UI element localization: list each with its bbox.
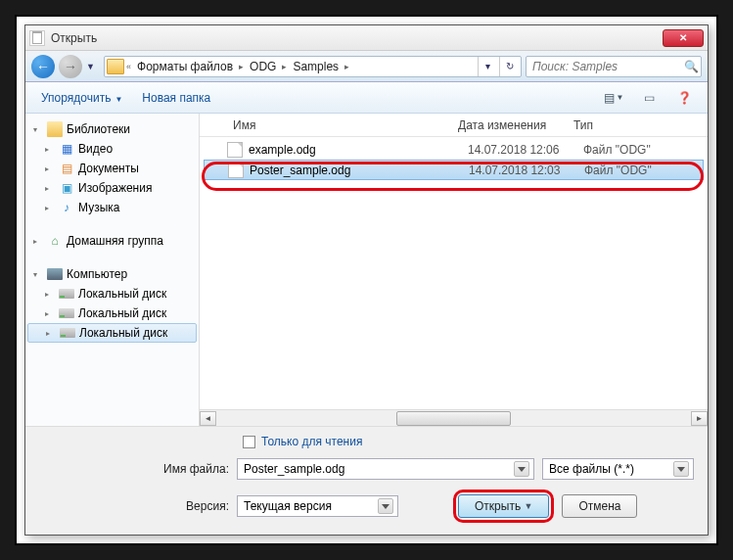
organize-menu[interactable]: Упорядочить▼ (35, 87, 128, 109)
tree-disk[interactable]: ▸Локальный диск (27, 303, 197, 323)
navigation-tree[interactable]: ▾Библиотеки ▸▦Видео ▸▤Документы ▸▣Изобра… (25, 114, 200, 426)
file-icon (227, 142, 243, 158)
toolbar: Упорядочить▼ Новая папка ▤▼ ▭ ❓ (25, 82, 708, 114)
file-icon (29, 30, 45, 46)
tree-libraries[interactable]: ▾Библиотеки (27, 119, 197, 139)
col-name[interactable]: Имя (227, 118, 452, 132)
file-list-pane: Имя Дата изменения Тип example.odg 14.07… (200, 114, 708, 426)
file-row[interactable]: example.odg 14.07.2018 12:06 Файл "ODG" (200, 139, 708, 160)
help-button[interactable]: ❓ (670, 87, 698, 109)
column-headers: Имя Дата изменения Тип (200, 114, 708, 137)
refresh-button[interactable]: ↻ (499, 57, 519, 76)
nav-history-dropdown[interactable]: ▼ (86, 62, 100, 71)
tree-homegroup[interactable]: ▸⌂Домашняя группа (27, 231, 197, 251)
address-dropdown[interactable]: ▾ (478, 57, 497, 76)
scroll-left-button[interactable]: ◄ (200, 411, 216, 426)
scroll-right-button[interactable]: ► (691, 411, 708, 426)
tree-documents[interactable]: ▸▤Документы (27, 159, 197, 178)
open-button[interactable]: Открыть ▼ (458, 494, 549, 518)
version-combo[interactable]: Текущая версия (237, 495, 398, 517)
forward-button[interactable]: → (59, 55, 82, 78)
annotation-highlight: Открыть ▼ (453, 490, 554, 523)
file-list[interactable]: example.odg 14.07.2018 12:06 Файл "ODG" … (200, 137, 708, 409)
filename-combo[interactable]: Poster_sample.odg (237, 458, 534, 480)
cancel-button[interactable]: Отмена (562, 494, 637, 518)
chevron-icon: ▸ (344, 62, 349, 71)
tree-music[interactable]: ▸♪Музыка (27, 198, 197, 217)
search-box[interactable]: 🔍 (526, 56, 702, 77)
chevron-icon: « (126, 62, 131, 71)
back-button[interactable]: ← (31, 55, 55, 78)
dropdown-arrow-icon[interactable] (673, 461, 689, 477)
titlebar: Открыть ✕ (25, 25, 708, 51)
breadcrumb-segment[interactable]: Samples (289, 58, 343, 75)
open-dialog: Открыть ✕ ← → ▼ « Форматы файлов ▸ ODG ▸… (24, 24, 709, 536)
tree-disk-selected[interactable]: ▸Локальный диск (27, 323, 197, 343)
horizontal-scrollbar[interactable]: ◄ ► (200, 409, 708, 426)
tree-videos[interactable]: ▸▦Видео (27, 139, 197, 159)
search-input[interactable] (532, 60, 680, 73)
search-icon: 🔍 (684, 60, 699, 73)
scroll-track[interactable] (216, 411, 691, 426)
nav-bar: ← → ▼ « Форматы файлов ▸ ODG ▸ Samples ▸… (25, 51, 708, 82)
col-type[interactable]: Тип (568, 118, 708, 132)
tree-images[interactable]: ▸▣Изображения (27, 178, 197, 198)
filetype-filter-combo[interactable]: Все файлы (*.*) (542, 458, 694, 480)
chevron-icon: ▸ (239, 62, 244, 71)
readonly-label: Только для чтения (261, 435, 362, 448)
new-folder-button[interactable]: Новая папка (136, 87, 216, 109)
filename-label: Имя файла: (39, 462, 229, 476)
window-title: Открыть (51, 31, 657, 45)
version-label: Версия: (39, 499, 229, 513)
file-icon (228, 163, 244, 178)
dialog-bottom: Только для чтения Имя файла: Poster_samp… (25, 426, 708, 535)
dropdown-arrow-icon[interactable] (514, 461, 529, 477)
scroll-thumb[interactable] (396, 411, 510, 426)
chevron-icon: ▸ (282, 62, 287, 71)
breadcrumb-segment[interactable]: Форматы файлов (133, 58, 237, 75)
close-button[interactable]: ✕ (663, 29, 704, 47)
folder-icon (107, 59, 124, 74)
col-date[interactable]: Дата изменения (452, 118, 568, 132)
tree-disk[interactable]: ▸Локальный диск (27, 284, 197, 303)
dropdown-arrow-icon[interactable] (378, 498, 393, 514)
readonly-checkbox[interactable] (243, 436, 255, 448)
preview-pane-button[interactable]: ▭ (635, 87, 663, 109)
address-bar[interactable]: « Форматы файлов ▸ ODG ▸ Samples ▸ ▾ ↻ (104, 56, 522, 77)
breadcrumb-segment[interactable]: ODG (246, 58, 280, 75)
tree-computer[interactable]: ▾Компьютер (27, 264, 197, 284)
file-row-selected[interactable]: Poster_sample.odg 14.07.2018 12:03 Файл … (204, 160, 704, 180)
view-options-button[interactable]: ▤▼ (600, 87, 627, 109)
